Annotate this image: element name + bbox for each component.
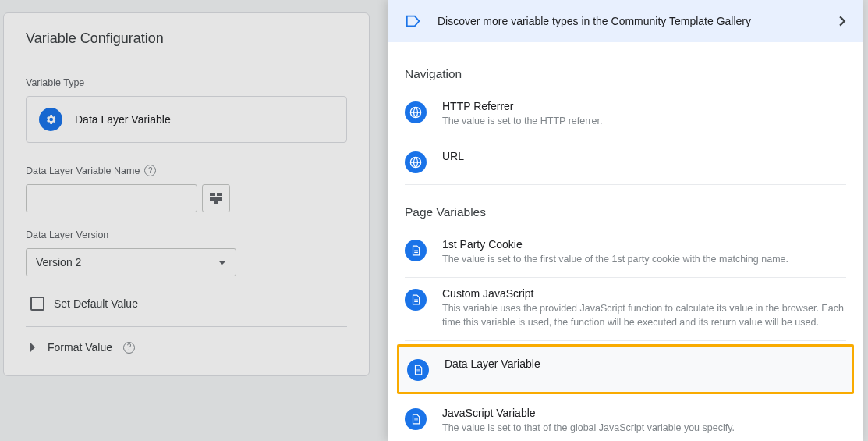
- variable-name: URL: [442, 150, 846, 162]
- page-icon: [407, 359, 429, 381]
- variable-name: Custom JavaScript: [442, 287, 846, 300]
- section-title-navigation: Navigation: [405, 67, 846, 81]
- chevron-right-icon: [839, 16, 846, 27]
- variable-type-picker-panel: Discover more variable types in the Comm…: [388, 0, 863, 441]
- variable-desc: The value is set to the first value of t…: [442, 253, 846, 267]
- variable-type-1st-party-cookie[interactable]: 1st Party Cookie The value is set to the…: [405, 229, 846, 279]
- variable-name: JavaScript Variable: [442, 407, 846, 419]
- variable-type-url[interactable]: URL: [405, 140, 846, 185]
- page-icon: [405, 408, 427, 430]
- banner-text: Discover more variable types in the Comm…: [438, 15, 824, 27]
- page-icon: [405, 240, 427, 261]
- variable-desc: This variable uses the provided JavaScri…: [442, 302, 846, 329]
- community-gallery-banner[interactable]: Discover more variable types in the Comm…: [388, 0, 863, 42]
- variable-type-data-layer-variable[interactable]: Data Layer Variable: [397, 344, 854, 394]
- page-icon: [405, 289, 427, 311]
- variable-type-javascript-variable[interactable]: JavaScript Variable The value is set to …: [405, 397, 846, 441]
- tag-icon: [405, 12, 422, 30]
- globe-icon: [405, 101, 427, 123]
- variable-type-http-referrer[interactable]: HTTP Referrer The value is set to the HT…: [405, 91, 846, 140]
- variable-name: HTTP Referrer: [442, 100, 846, 112]
- variable-type-custom-javascript[interactable]: Custom JavaScript This variable uses the…: [405, 278, 846, 341]
- variable-desc: The value is set to the HTTP referrer.: [442, 115, 846, 129]
- variable-desc: The value is set to that of the global J…: [442, 421, 846, 436]
- variable-name: 1st Party Cookie: [442, 238, 846, 251]
- section-title-page-variables: Page Variables: [405, 205, 846, 219]
- variable-name: Data Layer Variable: [445, 357, 844, 370]
- globe-icon: [405, 151, 427, 173]
